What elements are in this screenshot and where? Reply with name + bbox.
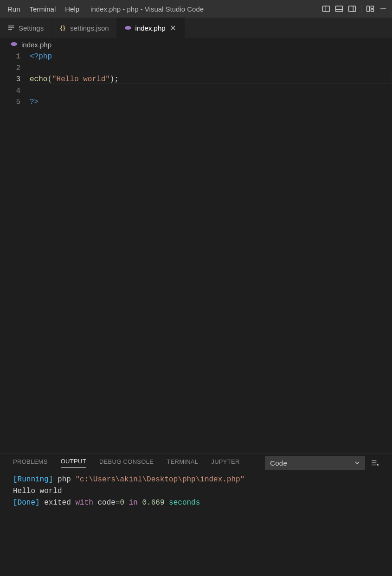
minimize-icon[interactable] (379, 5, 387, 13)
code-line[interactable]: 3echo("Hello world"); (0, 74, 392, 85)
svg-rect-2 (336, 6, 343, 12)
bottom-panel: PROBLEMS OUTPUT DEBUG CONSOLE TERMINAL J… (0, 453, 392, 576)
tab-label: index.php (135, 24, 166, 32)
customize-layout-icon[interactable] (366, 5, 374, 13)
panel-left-icon[interactable] (322, 5, 330, 13)
panel-right-icon[interactable] (348, 5, 356, 13)
svg-rect-0 (323, 6, 330, 12)
menu-help[interactable]: Help (60, 3, 84, 15)
line-number: 3 (0, 75, 30, 83)
code-editor[interactable]: 1<?php23echo("Hello world");45?> (0, 51, 392, 108)
tab-settings-json[interactable]: {} settings.json (51, 18, 116, 38)
svg-point-16 (11, 42, 17, 46)
window-title: index.php - php - Visual Studio Code (90, 5, 204, 13)
menu-run[interactable]: Run (3, 3, 25, 15)
line-number: 4 (0, 87, 30, 95)
layout-controls (322, 5, 389, 13)
code-line[interactable]: 1<?php (0, 51, 392, 63)
tab-bar: Settings {} settings.json index.php (0, 18, 392, 38)
svg-rect-7 (371, 6, 374, 8)
output-body[interactable]: [Running] php "c:\Users\akinl\Desktop\ph… (0, 472, 392, 576)
chevron-down-icon (354, 460, 360, 466)
divider (361, 5, 361, 13)
panel-tabbar: PROBLEMS OUTPUT DEBUG CONSOLE TERMINAL J… (0, 454, 392, 472)
output-line: [Running] php "c:\Users\akinl\Desktop\ph… (13, 474, 379, 486)
settings-list-icon (7, 24, 15, 32)
line-number: 2 (0, 64, 30, 72)
line-number: 1 (0, 52, 30, 61)
panel-tab-problems[interactable]: PROBLEMS (13, 458, 48, 468)
output-line: Hello world (13, 486, 379, 497)
tab-index-php[interactable]: index.php (117, 18, 185, 38)
breadcrumb-label: index.php (21, 41, 51, 49)
svg-rect-6 (367, 6, 370, 12)
code-line[interactable]: 2 (0, 63, 392, 74)
menu-terminal[interactable]: Terminal (25, 3, 61, 15)
tab-label: Settings (19, 24, 44, 32)
php-icon (124, 24, 132, 32)
panel-bottom-icon[interactable] (335, 5, 343, 13)
code-line[interactable]: 5?> (0, 96, 392, 108)
panel-tab-output[interactable]: OUTPUT (61, 458, 86, 468)
tab-label: settings.json (70, 24, 109, 32)
output-channel-select[interactable]: Code (265, 456, 365, 470)
svg-rect-8 (371, 9, 374, 12)
braces-icon: {} (59, 24, 66, 32)
tab-settings[interactable]: Settings (0, 18, 51, 38)
svg-point-13 (125, 26, 131, 30)
select-value: Code (270, 459, 287, 467)
close-icon[interactable] (169, 24, 177, 32)
line-number: 5 (0, 98, 30, 106)
output-line: [Done] exited with code=0 in 0.669 secon… (13, 497, 379, 509)
menubar: Run Terminal Help index.php - php - Visu… (0, 0, 392, 18)
panel-tab-jupyter[interactable]: JUPYTER (211, 458, 239, 468)
breadcrumb[interactable]: index.php (0, 38, 392, 51)
clear-output-icon[interactable] (371, 459, 379, 467)
panel-tab-terminal[interactable]: TERMINAL (167, 458, 198, 468)
panel-tab-debug-console[interactable]: DEBUG CONSOLE (99, 458, 154, 468)
code-line[interactable]: 4 (0, 85, 392, 97)
svg-rect-4 (349, 6, 356, 12)
php-icon (10, 40, 18, 49)
